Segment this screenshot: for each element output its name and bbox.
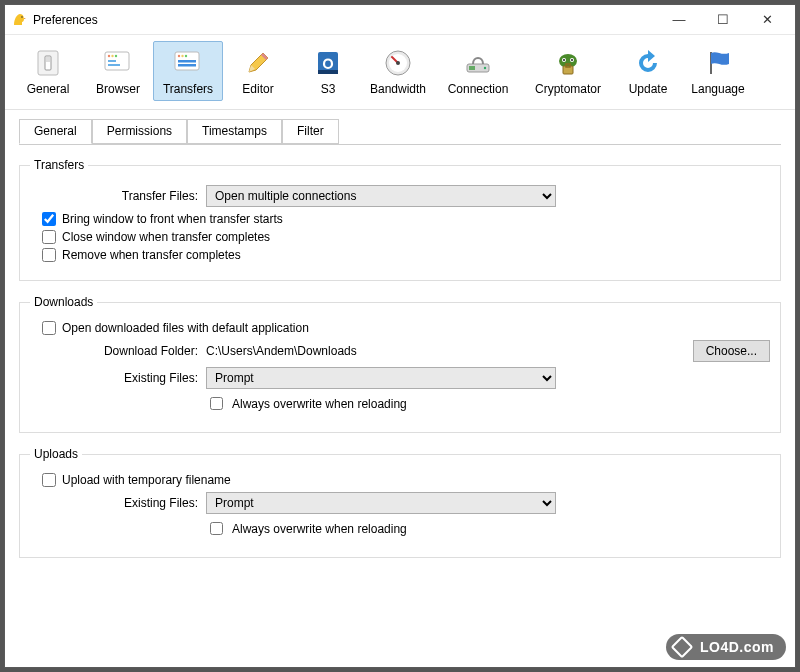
- toolbar-connection[interactable]: Connection: [433, 41, 523, 101]
- toolbar-label: Transfers: [163, 82, 213, 96]
- svg-point-12: [181, 55, 183, 57]
- svg-point-5: [108, 55, 110, 57]
- transfer-files-label: Transfer Files:: [30, 189, 206, 203]
- tab-filter[interactable]: Filter: [282, 119, 339, 144]
- group-legend: Transfers: [30, 158, 88, 172]
- toolbar-label: S3: [321, 82, 336, 96]
- chk-bring-front-label: Bring window to front when transfer star…: [62, 212, 283, 226]
- group-transfers: Transfers Transfer Files: Open multiple …: [19, 158, 781, 281]
- preferences-window: Preferences — ☐ ✕ General Browser Transf…: [4, 4, 796, 668]
- toolbar-general[interactable]: General: [13, 41, 83, 101]
- toolbar-label: Editor: [242, 82, 273, 96]
- modem-icon: [461, 46, 495, 80]
- svg-rect-14: [178, 60, 196, 63]
- chk-downloads-overwrite[interactable]: [210, 397, 223, 410]
- svg-point-28: [571, 59, 573, 61]
- toolbar-cryptomator[interactable]: Cryptomator: [523, 41, 613, 101]
- switch-icon: [31, 46, 65, 80]
- transfers-icon: [171, 46, 205, 80]
- svg-point-23: [484, 67, 486, 69]
- group-legend: Uploads: [30, 447, 82, 461]
- choose-button[interactable]: Choose...: [693, 340, 770, 362]
- group-legend: Downloads: [30, 295, 97, 309]
- chk-open-default[interactable]: [42, 321, 56, 335]
- tab-timestamps[interactable]: Timestamps: [187, 119, 282, 144]
- svg-point-13: [185, 55, 187, 57]
- subtabs: General Permissions Timestamps Filter: [19, 119, 781, 145]
- svg-rect-9: [108, 64, 120, 66]
- toolbar-transfers[interactable]: Transfers: [153, 41, 223, 101]
- flag-icon: [701, 46, 735, 80]
- svg-point-27: [563, 59, 565, 61]
- group-downloads: Downloads Open downloaded files with def…: [19, 295, 781, 433]
- toolbar-label: Language: [691, 82, 744, 96]
- chk-uploads-overwrite[interactable]: [210, 522, 223, 535]
- svg-rect-15: [178, 64, 196, 67]
- toolbar-language[interactable]: Language: [683, 41, 753, 101]
- tab-general[interactable]: General: [19, 119, 92, 144]
- toolbar-s3[interactable]: S3: [293, 41, 363, 101]
- browser-icon: [101, 46, 135, 80]
- chk-uploads-overwrite-label: Always overwrite when reloading: [232, 522, 407, 536]
- chk-close-complete-label: Close window when transfer completes: [62, 230, 270, 244]
- minimize-button[interactable]: —: [657, 6, 701, 34]
- svg-rect-22: [469, 66, 475, 70]
- svg-point-7: [115, 55, 117, 57]
- chk-open-default-label: Open downloaded files with default appli…: [62, 321, 309, 335]
- downloads-existing-select[interactable]: Prompt: [206, 367, 556, 389]
- toolbar-bandwidth[interactable]: Bandwidth: [363, 41, 433, 101]
- uploads-existing-select[interactable]: Prompt: [206, 492, 556, 514]
- toolbar-label: Update: [629, 82, 668, 96]
- content-area: General Permissions Timestamps Filter Tr…: [5, 110, 795, 667]
- chk-temp-filename-label: Upload with temporary filename: [62, 473, 231, 487]
- group-uploads: Uploads Upload with temporary filename E…: [19, 447, 781, 558]
- close-button[interactable]: ✕: [745, 6, 789, 34]
- chk-bring-front[interactable]: [42, 212, 56, 226]
- svg-rect-17: [318, 70, 338, 74]
- chk-close-complete[interactable]: [42, 230, 56, 244]
- toolbar-label: Browser: [96, 82, 140, 96]
- download-folder-label: Download Folder:: [30, 344, 206, 358]
- watermark: LO4D.com: [666, 634, 786, 660]
- s3-icon: [311, 46, 345, 80]
- svg-point-11: [178, 55, 180, 57]
- refresh-icon: [631, 46, 665, 80]
- svg-point-0: [21, 16, 23, 18]
- toolbar-label: Bandwidth: [370, 82, 426, 96]
- titlebar: Preferences — ☐ ✕: [5, 5, 795, 35]
- app-icon: [11, 12, 27, 28]
- window-title: Preferences: [33, 13, 657, 27]
- toolbar-editor[interactable]: Editor: [223, 41, 293, 101]
- transfer-files-select[interactable]: Open multiple connections: [206, 185, 556, 207]
- toolbar-browser[interactable]: Browser: [83, 41, 153, 101]
- toolbar-update[interactable]: Update: [613, 41, 683, 101]
- svg-rect-8: [108, 60, 116, 62]
- toolbar-label: Connection: [448, 82, 509, 96]
- maximize-button[interactable]: ☐: [701, 6, 745, 34]
- pencil-icon: [241, 46, 275, 80]
- toolbar-label: General: [27, 82, 70, 96]
- chk-downloads-overwrite-label: Always overwrite when reloading: [232, 397, 407, 411]
- svg-point-6: [111, 55, 113, 57]
- chk-remove-complete-label: Remove when transfer completes: [62, 248, 241, 262]
- uploads-existing-label: Existing Files:: [30, 496, 206, 510]
- tab-body-general: Transfers Transfer Files: Open multiple …: [19, 144, 781, 558]
- tab-permissions[interactable]: Permissions: [92, 119, 187, 144]
- download-folder-path: C:\Users\Andem\Downloads: [206, 344, 357, 358]
- toolbar-label: Cryptomator: [535, 82, 601, 96]
- chk-temp-filename[interactable]: [42, 473, 56, 487]
- preferences-toolbar: General Browser Transfers Editor S3 Band…: [5, 35, 795, 110]
- downloads-existing-label: Existing Files:: [30, 371, 206, 385]
- svg-rect-3: [46, 57, 50, 62]
- gauge-icon: [381, 46, 415, 80]
- chk-remove-complete[interactable]: [42, 248, 56, 262]
- svg-point-20: [396, 61, 400, 65]
- cryptomator-icon: [551, 46, 585, 80]
